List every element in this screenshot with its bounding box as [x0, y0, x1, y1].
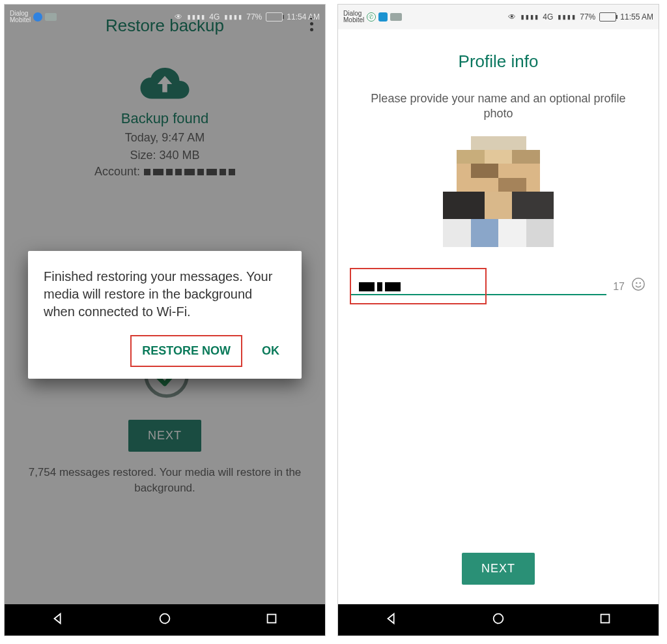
status-time: 11:54 AM [287, 12, 320, 22]
next-button[interactable]: NEXT [462, 553, 535, 585]
notif-rect-icon [390, 13, 402, 21]
signal-icon-2: ▮▮▮▮ [557, 12, 576, 22]
carrier-line2-ov: Mobitel [10, 17, 31, 23]
emoji-icon[interactable] [631, 277, 646, 295]
svg-point-6 [494, 614, 504, 624]
carrier-line2: Mobitel [343, 17, 364, 23]
network-type: 4G [543, 12, 553, 22]
signal-icon: ▮▮▮▮ [186, 12, 205, 22]
svg-point-3 [632, 278, 644, 290]
phone-profile-info: Dialog Mobitel ✆ 👁 ▮▮▮▮ 4G ▮▮▮▮ 77% 11:5… [337, 4, 659, 636]
status-bar-overlay: Dialog Mobitel 👁 ▮▮▮▮ 4G ▮▮▮▮ 77% 11:54 … [5, 5, 325, 29]
svg-point-5 [640, 282, 641, 284]
nav-home-icon[interactable] [491, 611, 505, 628]
battery-icon [266, 12, 283, 22]
android-navbar [5, 604, 325, 636]
char-count: 17 [613, 281, 625, 295]
annotation-highlight: RESTORE NOW [130, 335, 242, 367]
battery-icon [599, 12, 616, 22]
svg-point-1 [160, 614, 170, 624]
nav-recents-icon[interactable] [264, 611, 279, 628]
status-time: 11:55 AM [620, 12, 653, 22]
profile-photo[interactable] [443, 136, 554, 247]
annotation-highlight [350, 268, 487, 304]
notif-dot-icon [33, 12, 42, 22]
network-type: 4G [209, 12, 220, 22]
nav-back-icon[interactable] [51, 611, 65, 628]
status-bar: Dialog Mobitel ✆ 👁 ▮▮▮▮ 4G ▮▮▮▮ 77% 11:5… [338, 5, 659, 29]
restore-now-button[interactable]: RESTORE NOW [135, 339, 237, 363]
svg-rect-7 [601, 615, 610, 623]
restore-dialog: Finished restoring your messages. Your m… [28, 251, 302, 379]
notif-square-icon [378, 12, 388, 22]
page-title: Profile info [338, 51, 659, 72]
signal-icon: ▮▮▮▮ [520, 12, 539, 22]
battery-pct: 77% [246, 12, 262, 22]
svg-rect-2 [268, 615, 276, 623]
nav-back-icon[interactable] [384, 611, 399, 628]
profile-instruction: Please provide your name and an optional… [338, 72, 659, 130]
nav-home-icon[interactable] [158, 611, 172, 628]
signal-icon-2: ▮▮▮▮ [223, 12, 242, 22]
svg-point-4 [636, 282, 637, 284]
whatsapp-notif-icon: ✆ [367, 12, 376, 22]
battery-pct: 77% [580, 12, 595, 22]
eye-icon: 👁 [175, 12, 182, 22]
eye-icon: 👁 [508, 12, 516, 22]
nav-recents-icon[interactable] [598, 611, 612, 628]
phone-restore-backup: Dialog Mobitel 👁 ▮▮▮▮ 4G ▮▮▮▮ 77% 11:54 … [4, 4, 326, 636]
notif-rect-icon [45, 13, 57, 21]
android-navbar [338, 604, 659, 636]
dialog-message: Finished restoring your messages. Your m… [44, 268, 286, 321]
ok-button[interactable]: OK [255, 339, 286, 363]
